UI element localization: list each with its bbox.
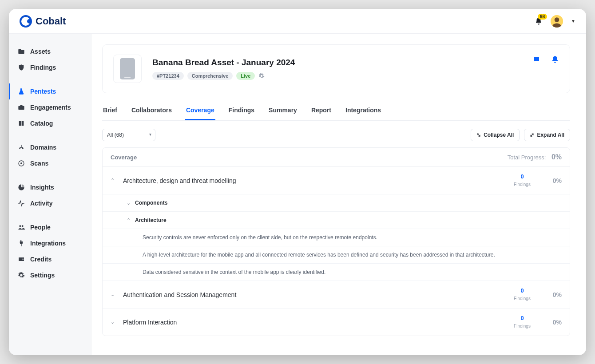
row-title: Architecture, design and threat modellin… [123, 177, 507, 184]
expand-icon: ⤢ [530, 132, 534, 138]
sidebar-item-label: Catalog [30, 120, 53, 127]
sidebar-item-people[interactable]: People [9, 219, 91, 235]
plug-icon [18, 240, 25, 247]
row-title: Platform Interaction [123, 319, 507, 326]
chevron-down-icon: ⌄ [111, 292, 119, 297]
tab-report[interactable]: Report [310, 101, 332, 120]
flask-icon [18, 88, 25, 95]
asset-type-chip: Comprehensive [187, 72, 233, 80]
briefcase-icon [18, 104, 25, 111]
coverage-subrow[interactable]: ⌄ Components [103, 194, 570, 212]
chevron-up-icon: ⌃ [127, 218, 131, 223]
chevron-up-icon: ⌃ [111, 178, 119, 183]
sidebar-item-label: Domains [30, 144, 56, 151]
sidebar-item-activity[interactable]: Activity [9, 195, 91, 211]
subrow-title: Components [135, 200, 167, 206]
sidebar-item-scans[interactable]: Scans [9, 155, 91, 171]
sidebar-item-label: Findings [30, 64, 56, 71]
folder-icon [18, 48, 25, 55]
sidebar-item-label: Assets [30, 48, 51, 55]
sidebar-item-label: Pentests [30, 88, 56, 95]
coverage-leaf[interactable]: Data considered sensitive in the context… [103, 264, 570, 281]
asset-thumbnail [113, 55, 142, 83]
collapse-all-button[interactable]: ⤡ Collapse All [471, 129, 520, 141]
body: Assets Findings Pentests Engagements [9, 34, 586, 355]
coverage-row[interactable]: ⌃ Architecture, design and threat modell… [103, 167, 570, 194]
tab-collaborators[interactable]: Collaborators [131, 101, 173, 120]
gear-icon [18, 272, 25, 279]
topbar: Cobalt 98 ▼ [9, 9, 586, 34]
asset-actions [532, 55, 559, 63]
people-icon [18, 224, 25, 231]
brand-name: Cobalt [36, 16, 66, 27]
mobile-device-icon [120, 58, 135, 79]
tab-findings[interactable]: Findings [228, 101, 255, 120]
coverage-table: Coverage Total Progress: 0% ⌃ Architectu… [102, 147, 570, 336]
expand-all-button[interactable]: ⤢ Expand All [524, 129, 570, 141]
row-pct: 0% [538, 177, 562, 184]
row-title: Authentication and Session Management [123, 291, 507, 298]
tab-summary[interactable]: Summary [268, 101, 298, 120]
coverage-row[interactable]: ⌄ Authentication and Session Management … [103, 281, 570, 309]
sidebar-item-credits[interactable]: Credits [9, 251, 91, 267]
asset-settings-button[interactable] [258, 73, 265, 79]
tabs: Brief Collaborators Coverage Findings Su… [102, 101, 570, 121]
account-menu-caret[interactable]: ▼ [571, 19, 575, 24]
coverage-header-label: Coverage [111, 154, 137, 161]
sidebar-item-findings[interactable]: Findings [9, 59, 91, 75]
sidebar-item-pentests[interactable]: Pentests [9, 83, 91, 99]
coverage-table-header: Coverage Total Progress: 0% [103, 148, 570, 167]
coverage-leaf[interactable]: A high-level architecture for the mobile… [103, 246, 570, 264]
tab-coverage[interactable]: Coverage [185, 101, 215, 120]
pie-icon [18, 184, 25, 191]
asset-id-chip: #PT21234 [152, 72, 184, 80]
filter-select[interactable]: All (68) [102, 129, 155, 141]
row-findings[interactable]: 0 Findings [507, 173, 538, 188]
filter-label: All (68) [107, 132, 124, 138]
svg-rect-4 [23, 259, 24, 260]
sidebar-item-label: People [30, 224, 51, 231]
row-findings[interactable]: 0 Findings [507, 287, 538, 302]
asset-status-chip: Live [236, 72, 255, 80]
asset-header-card: Banana Bread Asset - January 2024 #PT212… [102, 44, 570, 93]
chevron-down-icon: ⌄ [111, 319, 119, 325]
topbar-actions: 98 ▼ [535, 15, 575, 28]
collapse-label: Collapse All [484, 132, 514, 138]
coverage-subrow[interactable]: ⌃ Architecture [103, 212, 570, 229]
subscribe-button[interactable] [551, 55, 559, 63]
main-content: Banana Bread Asset - January 2024 #PT212… [91, 34, 586, 355]
expand-label: Expand All [537, 132, 564, 138]
book-icon [18, 120, 25, 127]
row-findings[interactable]: 0 Findings [507, 315, 538, 329]
sidebar-item-label: Integrations [30, 240, 66, 247]
target-icon [18, 160, 25, 167]
chat-button[interactable] [532, 55, 540, 63]
sidebar-item-domains[interactable]: Domains [9, 139, 91, 155]
coverage-leaf[interactable]: Security controls are never enforced onl… [103, 229, 570, 246]
sidebar-item-label: Engagements [30, 104, 71, 111]
sidebar-item-assets[interactable]: Assets [9, 44, 91, 59]
sidebar-item-label: Credits [30, 256, 52, 263]
notifications-badge: 98 [538, 14, 547, 20]
sitemap-icon [18, 144, 25, 151]
tab-integrations[interactable]: Integrations [345, 101, 382, 120]
sidebar-item-engagements[interactable]: Engagements [9, 99, 91, 115]
sidebar-item-insights[interactable]: Insights [9, 179, 91, 195]
sidebar-item-catalog[interactable]: Catalog [9, 115, 91, 131]
pulse-icon [18, 200, 25, 207]
sidebar-item-label: Settings [30, 272, 55, 279]
app-frame: Cobalt 98 ▼ Assets Findings [9, 9, 586, 355]
notifications-button[interactable]: 98 [535, 17, 543, 25]
sidebar-item-integrations[interactable]: Integrations [9, 235, 91, 251]
brand-logo-icon [20, 15, 32, 28]
wallet-icon [18, 256, 25, 263]
subrow-title: Architecture [135, 217, 167, 223]
brand[interactable]: Cobalt [20, 15, 66, 28]
sidebar-item-settings[interactable]: Settings [9, 267, 91, 283]
collapse-icon: ⤡ [476, 132, 481, 138]
row-pct: 0% [538, 319, 562, 326]
coverage-row[interactable]: ⌄ Platform Interaction 0 Findings 0% [103, 309, 570, 336]
tab-brief[interactable]: Brief [102, 101, 118, 120]
avatar[interactable] [551, 15, 563, 28]
svg-point-3 [20, 162, 22, 164]
